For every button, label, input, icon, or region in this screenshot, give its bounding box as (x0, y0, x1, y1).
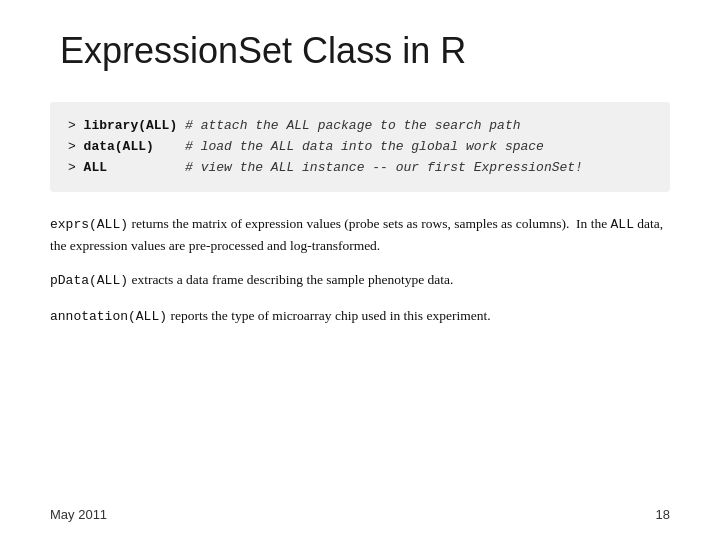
comment-3: # view the ALL instance -- our first Exp… (185, 160, 583, 175)
desc-pdata: pData(ALL) extracts a data frame describ… (50, 270, 670, 291)
comment-1: # attach the ALL package to the search p… (185, 118, 520, 133)
footer-page: 18 (656, 507, 670, 522)
desc-exprs-text: returns the matrix of expression values … (50, 216, 663, 252)
footer: May 2011 18 (50, 507, 670, 522)
cmd-1: library(ALL) (84, 118, 178, 133)
cmd-3: ALL (84, 160, 178, 175)
code-line-2: > data(ALL) # load the ALL data into the… (68, 137, 652, 158)
slide-title: ExpressionSet Class in R (60, 30, 670, 72)
prompt-2: > (68, 139, 84, 154)
prompt-1: > (68, 118, 84, 133)
comment-2: # load the ALL data into the global work… (185, 139, 544, 154)
footer-date: May 2011 (50, 507, 107, 522)
cmd-2: data(ALL) (84, 139, 178, 154)
desc-pdata-code: pData(ALL) (50, 273, 128, 288)
desc-annotation: annotation(ALL) reports the type of micr… (50, 306, 670, 327)
desc-annotation-text: reports the type of microarray chip used… (170, 308, 490, 323)
slide: ExpressionSet Class in R > library(ALL) … (0, 0, 720, 540)
desc-pdata-text: extracts a data frame describing the sam… (131, 272, 453, 287)
code-line-3: > ALL # view the ALL instance -- our fir… (68, 158, 652, 179)
code-block: > library(ALL) # attach the ALL package … (50, 102, 670, 192)
desc-exprs: exprs(ALL) returns the matrix of express… (50, 214, 670, 256)
desc-exprs-code: exprs(ALL) (50, 217, 128, 232)
code-line-1: > library(ALL) # attach the ALL package … (68, 116, 652, 137)
prompt-3: > (68, 160, 84, 175)
desc-annotation-code: annotation(ALL) (50, 309, 167, 324)
